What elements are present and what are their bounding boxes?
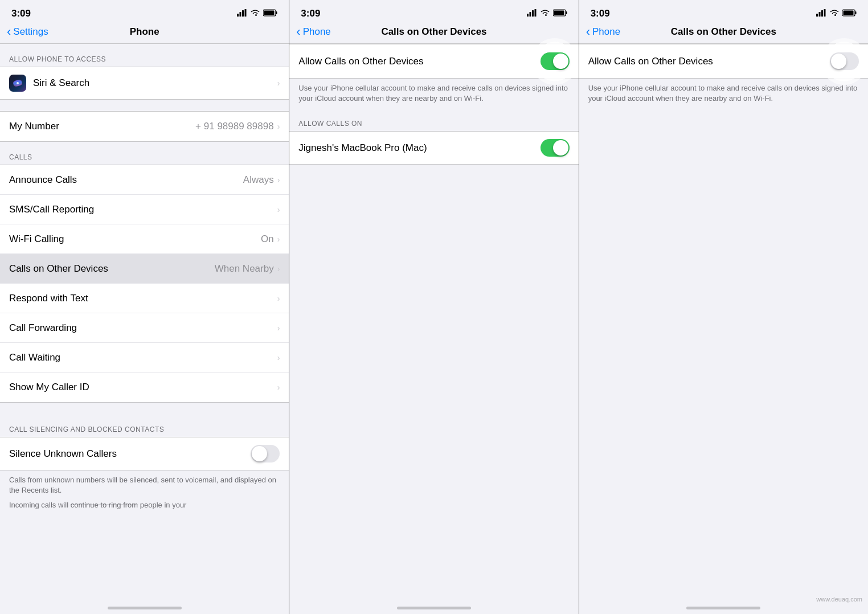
my-number-label: My Number bbox=[9, 121, 59, 132]
allow-access-list: Siri & Search › bbox=[0, 67, 289, 100]
status-icons-3 bbox=[816, 9, 857, 19]
svg-rect-1 bbox=[240, 12, 241, 17]
macbook-pro-label: Jignesh's MacBook Pro (Mac) bbox=[298, 142, 427, 154]
status-icons-2 bbox=[527, 9, 567, 19]
nav-title-1: Phone bbox=[130, 26, 159, 38]
back-label-2[interactable]: Phone bbox=[303, 26, 331, 38]
svg-rect-13 bbox=[534, 9, 536, 17]
section-calls: CALLS bbox=[0, 142, 289, 165]
svg-rect-15 bbox=[566, 11, 567, 14]
allow-calls-toggle-knob-2 bbox=[553, 54, 568, 69]
back-button-1[interactable]: ‹ Settings bbox=[7, 24, 48, 39]
allow-calls-on-section-2: ALLOW CALLS ON bbox=[289, 108, 578, 131]
back-chevron-3: ‹ bbox=[586, 24, 590, 39]
silence-toggle-knob bbox=[252, 446, 267, 461]
siri-search-item[interactable]: Siri & Search › bbox=[0, 67, 289, 99]
calls-other-devices-chevron: › bbox=[277, 264, 280, 273]
wifi-icon-3 bbox=[830, 9, 839, 19]
back-button-3[interactable]: ‹ Phone bbox=[586, 24, 621, 39]
svg-rect-5 bbox=[276, 11, 277, 14]
allow-calls-label-3: Allow Calls on Other Devices bbox=[588, 56, 713, 67]
silence-unknown-item[interactable]: Silence Unknown Callers bbox=[0, 437, 289, 470]
sms-reporting-chevron: › bbox=[277, 205, 280, 214]
allow-calls-row-2[interactable]: Allow Calls on Other Devices bbox=[289, 44, 578, 79]
signal-icon-1 bbox=[237, 9, 247, 18]
siri-icon bbox=[9, 75, 26, 92]
call-forwarding-chevron: › bbox=[277, 324, 280, 333]
svg-rect-16 bbox=[554, 11, 564, 15]
battery-icon-2 bbox=[553, 9, 567, 19]
nav-title-2: Calls on Other Devices bbox=[381, 26, 486, 38]
time-2: 3:09 bbox=[301, 8, 320, 19]
my-number-list: My Number + 91 98989 89898 › bbox=[0, 111, 289, 142]
show-caller-id-label: Show My Caller ID bbox=[9, 382, 89, 393]
allow-calls-toggle-container-3[interactable] bbox=[830, 52, 859, 70]
status-bar-1: 3:09 bbox=[0, 0, 289, 24]
allow-calls-desc-2: Use your iPhone cellular account to make… bbox=[289, 79, 578, 108]
back-chevron-2: ‹ bbox=[296, 24, 300, 39]
respond-text-item[interactable]: Respond with Text › bbox=[0, 284, 289, 313]
section-allow-access: ALLOW PHONE TO ACCESS bbox=[0, 44, 289, 67]
allow-calls-toggle-2[interactable] bbox=[541, 52, 570, 70]
nav-bar-3: ‹ Phone Calls on Other Devices bbox=[579, 24, 868, 44]
signal-icon-3 bbox=[816, 9, 826, 19]
call-forwarding-item[interactable]: Call Forwarding › bbox=[0, 313, 289, 343]
macbook-toggle-knob bbox=[553, 140, 568, 155]
home-indicator-2 bbox=[397, 607, 471, 609]
home-indicator-3 bbox=[686, 607, 760, 609]
siri-label: Siri & Search bbox=[33, 77, 89, 89]
respond-text-label: Respond with Text bbox=[9, 293, 88, 304]
macbook-toggle[interactable] bbox=[541, 139, 570, 157]
call-waiting-item[interactable]: Call Waiting › bbox=[0, 343, 289, 373]
incoming-text-content: Incoming calls will continue to ring fro… bbox=[9, 501, 186, 509]
my-number-chevron: › bbox=[277, 122, 280, 131]
svg-point-9 bbox=[17, 82, 19, 84]
battery-icon-1 bbox=[263, 9, 277, 19]
status-icons-1 bbox=[237, 9, 277, 19]
svg-rect-19 bbox=[821, 10, 823, 17]
wifi-calling-right: On › bbox=[261, 234, 280, 245]
sms-reporting-label: SMS/Call Reporting bbox=[9, 204, 94, 215]
call-waiting-label: Call Waiting bbox=[9, 352, 60, 363]
time-3: 3:09 bbox=[591, 8, 610, 19]
devices-list-2: Jignesh's MacBook Pro (Mac) bbox=[289, 131, 578, 165]
silence-desc-text: Calls from unknown numbers will be silen… bbox=[9, 476, 276, 494]
allow-calls-toggle-container-2[interactable] bbox=[541, 52, 570, 70]
allow-calls-row-3[interactable]: Allow Calls on Other Devices bbox=[579, 44, 868, 79]
show-caller-id-item[interactable]: Show My Caller ID › bbox=[0, 373, 289, 402]
back-label-3[interactable]: Phone bbox=[592, 26, 620, 38]
sms-reporting-item[interactable]: SMS/Call Reporting › bbox=[0, 195, 289, 224]
macbook-pro-item[interactable]: Jignesh's MacBook Pro (Mac) bbox=[289, 132, 578, 164]
announce-calls-value: Always bbox=[243, 174, 274, 186]
wifi-calling-item[interactable]: Wi-Fi Calling On › bbox=[0, 224, 289, 254]
battery-icon-3 bbox=[842, 9, 857, 19]
status-bar-3: 3:09 bbox=[579, 0, 868, 24]
wifi-calling-chevron: › bbox=[277, 235, 280, 244]
announce-calls-right: Always › bbox=[243, 174, 280, 186]
silence-toggle[interactable] bbox=[251, 445, 280, 462]
allow-calls-toggle-3[interactable] bbox=[830, 52, 859, 70]
wifi-calling-label: Wi-Fi Calling bbox=[9, 234, 64, 245]
svg-rect-22 bbox=[855, 11, 856, 14]
call-forwarding-label: Call Forwarding bbox=[9, 322, 77, 334]
allow-calls-toggle-knob-3 bbox=[831, 54, 846, 69]
svg-rect-6 bbox=[264, 11, 275, 15]
calls-other-devices-label: Calls on Other Devices bbox=[9, 263, 108, 275]
back-button-2[interactable]: ‹ Phone bbox=[296, 24, 331, 39]
back-label-1[interactable]: Settings bbox=[13, 26, 48, 38]
wifi-icon-1 bbox=[251, 9, 260, 19]
screen-3-calls-on-other-devices-off: 3:09 ‹ Phone Calls on Other Devices Allo… bbox=[579, 0, 868, 614]
nav-bar-1: ‹ Settings Phone bbox=[0, 24, 289, 44]
svg-rect-10 bbox=[527, 14, 529, 17]
svg-rect-0 bbox=[237, 14, 239, 17]
my-number-item[interactable]: My Number + 91 98989 89898 › bbox=[0, 112, 289, 141]
calls-other-devices-item[interactable]: Calls on Other Devices When Nearby › bbox=[0, 254, 289, 284]
calls-other-devices-value: When Nearby bbox=[215, 263, 274, 275]
svg-rect-2 bbox=[242, 10, 244, 17]
siri-left: Siri & Search bbox=[9, 75, 89, 92]
announce-calls-item[interactable]: Announce Calls Always › bbox=[0, 165, 289, 195]
announce-calls-label: Announce Calls bbox=[9, 174, 77, 186]
silence-list: Silence Unknown Callers bbox=[0, 437, 289, 470]
my-number-right: + 91 98989 89898 › bbox=[195, 121, 280, 132]
silence-description: Calls from unknown numbers will be silen… bbox=[0, 470, 289, 500]
